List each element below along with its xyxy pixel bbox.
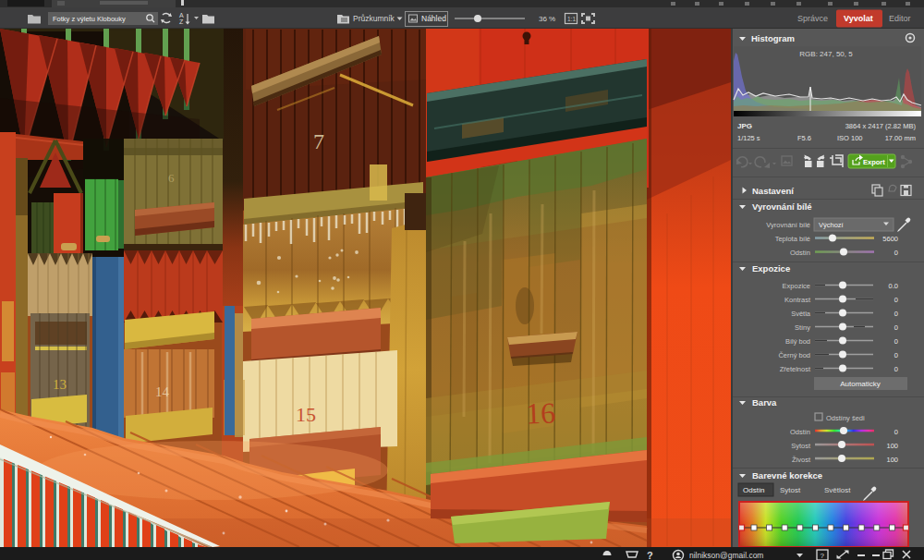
svg-text:Barva: Barva xyxy=(752,397,777,408)
svg-text:A: A xyxy=(179,12,184,18)
svg-text:JPG: JPG xyxy=(737,122,752,130)
svg-text:5600: 5600 xyxy=(882,235,898,243)
svg-text:0: 0 xyxy=(894,249,898,257)
svg-text:13: 13 xyxy=(53,377,67,392)
svg-text:Náhled: Náhled xyxy=(421,14,446,23)
svg-text:Odstín: Odstín xyxy=(743,486,765,494)
svg-text:F5.6: F5.6 xyxy=(797,134,811,142)
svg-text:3864 x 2417 (2.82 MB): 3864 x 2417 (2.82 MB) xyxy=(845,122,917,130)
svg-text:Fotky z výletu Klobouky: Fotky z výletu Klobouky xyxy=(53,15,126,23)
svg-text:Sytost: Sytost xyxy=(780,486,801,494)
svg-text:Automaticky: Automaticky xyxy=(840,380,881,388)
svg-text:Odstín: Odstín xyxy=(790,428,810,436)
svg-text:Odstíny šedi: Odstíny šedi xyxy=(826,414,865,422)
svg-text:0: 0 xyxy=(894,310,898,318)
svg-text:nilnikson@gmail.com: nilnikson@gmail.com xyxy=(689,551,763,560)
svg-text:14: 14 xyxy=(155,384,170,399)
svg-text:Barevné korekce: Barevné korekce xyxy=(752,470,822,481)
svg-text:7: 7 xyxy=(313,129,324,153)
svg-text:Nastavení: Nastavení xyxy=(752,186,794,196)
svg-text:6: 6 xyxy=(168,171,175,185)
svg-text:Výchozí: Výchozí xyxy=(819,221,845,229)
svg-text:Z: Z xyxy=(179,18,184,25)
svg-text:15: 15 xyxy=(296,403,316,426)
svg-text:Černý bod: Černý bod xyxy=(778,351,810,359)
svg-text:Editor: Editor xyxy=(889,14,911,23)
svg-text:0: 0 xyxy=(894,337,898,346)
svg-text:Histogram: Histogram xyxy=(751,33,795,43)
svg-text:Sytost: Sytost xyxy=(791,442,811,450)
svg-text:1/125 s: 1/125 s xyxy=(737,134,760,142)
svg-text:?: ? xyxy=(647,550,653,560)
svg-text:Export: Export xyxy=(863,158,885,166)
svg-text:Správce: Správce xyxy=(797,14,828,23)
svg-text:17.00 mm: 17.00 mm xyxy=(885,134,916,142)
svg-text:0: 0 xyxy=(894,296,898,304)
svg-text:?: ? xyxy=(821,552,825,560)
svg-text:100: 100 xyxy=(886,442,898,450)
svg-text:Bílý bod: Bílý bod xyxy=(785,337,810,346)
svg-text:ISO 100: ISO 100 xyxy=(837,134,863,142)
svg-text:Teplota bílé: Teplota bílé xyxy=(775,235,810,243)
svg-text:Světlost: Světlost xyxy=(824,486,851,494)
svg-text:Živost: Živost xyxy=(792,456,811,464)
svg-text:16: 16 xyxy=(525,396,555,430)
svg-text:0: 0 xyxy=(894,365,898,373)
svg-text:Světla: Světla xyxy=(791,310,811,318)
svg-text:0: 0 xyxy=(894,323,898,332)
svg-text:Kontrast: Kontrast xyxy=(784,296,811,304)
svg-text:RGB: 247, 50, 5: RGB: 247, 50, 5 xyxy=(799,50,853,58)
svg-text:Expozice: Expozice xyxy=(752,263,790,274)
svg-text:36 %: 36 % xyxy=(539,15,555,23)
svg-text:0: 0 xyxy=(894,351,898,359)
svg-text:Průzkumník: Průzkumník xyxy=(353,14,395,23)
svg-text:Vyrovnání bílé: Vyrovnání bílé xyxy=(752,201,812,212)
svg-text:0: 0 xyxy=(894,428,898,436)
svg-text:Zřetelnost: Zřetelnost xyxy=(780,365,811,373)
svg-text:Vyvolat: Vyvolat xyxy=(844,14,873,23)
svg-text:0.0: 0.0 xyxy=(889,282,898,290)
svg-text:1:1: 1:1 xyxy=(567,16,576,22)
svg-text:Vyrovnání bílé: Vyrovnání bílé xyxy=(766,221,810,229)
svg-text:Expozice: Expozice xyxy=(783,282,810,290)
svg-text:100: 100 xyxy=(886,456,898,464)
svg-text:Stíny: Stíny xyxy=(795,323,810,332)
svg-text:Odstín: Odstín xyxy=(790,249,810,257)
